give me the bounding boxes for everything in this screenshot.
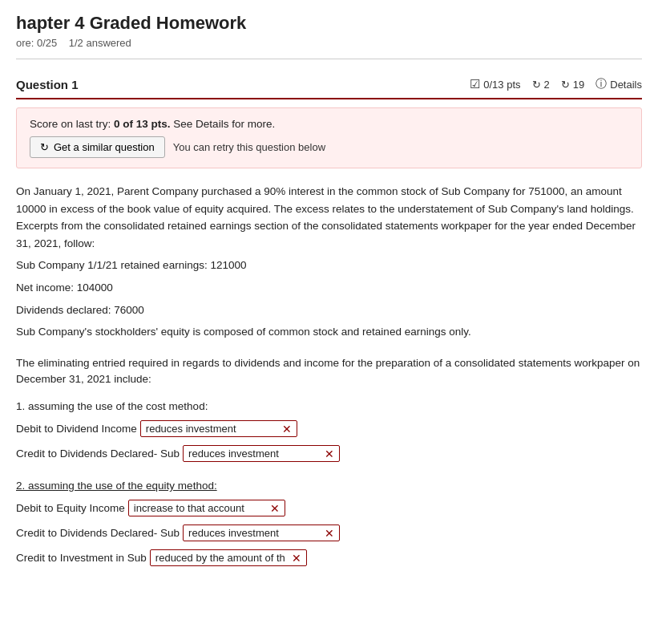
submit-count: 19	[573, 79, 584, 91]
method2-row-3: Credit to Investment in Sub ✕	[16, 549, 642, 566]
details-link[interactable]: Details	[610, 79, 642, 91]
method1-header: 1. assuming the use of the cost method:	[16, 400, 642, 412]
method2-row3-input[interactable]	[155, 552, 290, 564]
method2-row2-label: Credit to Dividends Declared- Sub	[16, 527, 180, 539]
method2-header: 2. assuming the use of the equity method…	[16, 480, 642, 492]
retry-item: ↻ 2	[532, 79, 550, 91]
body-para-5: Sub Company's stockholders' equity is co…	[16, 323, 642, 341]
method2-section: 2. assuming the use of the equity method…	[16, 480, 642, 566]
score-label: ore: 0/25	[16, 37, 57, 49]
similar-question-button[interactable]: ↻ Get a similar question	[30, 136, 165, 158]
method2-row1-clear-button[interactable]: ✕	[268, 503, 281, 514]
details-item[interactable]: ⓘ Details	[595, 77, 642, 91]
pts-item: ☑ 0/13 pts	[470, 77, 520, 91]
method2-row-1: Debit to Equity Income ✕	[16, 500, 642, 516]
retry-text: You can retry this question below	[173, 141, 325, 153]
alert-box: Score on last try: 0 of 13 pts. See Deta…	[16, 107, 642, 168]
method2-row3-clear-button[interactable]: ✕	[290, 553, 303, 564]
method2-row1-input[interactable]	[134, 502, 268, 514]
question-meta: ☑ 0/13 pts ↻ 2 ↻ 19 ⓘ Details	[470, 77, 642, 91]
method1-row2-label: Credit to Dividends Declared- Sub	[16, 448, 180, 460]
method2-row3-input-wrapper[interactable]: ✕	[150, 549, 307, 566]
divider	[16, 59, 642, 59]
page-title: hapter 4 Graded Homework	[16, 13, 642, 34]
body-para-1: On January 1, 2021, Parent Company purch…	[16, 183, 642, 252]
method1-row1-clear-button[interactable]: ✕	[281, 423, 293, 435]
question-label: Question 1	[16, 78, 79, 91]
check-icon: ☑	[470, 77, 480, 91]
question-header: Question 1 ☑ 0/13 pts ↻ 2 ↻ 19 ⓘ Details	[16, 71, 642, 99]
method1-row2-input[interactable]	[188, 448, 323, 460]
method1-row-2: Credit to Dividends Declared- Sub ✕	[16, 445, 642, 462]
method1-row2-clear-button[interactable]: ✕	[323, 448, 336, 460]
alert-text: Score on last try: 0 of 13 pts. See Deta…	[30, 118, 628, 130]
submit-item: ↻ 19	[561, 79, 584, 91]
method1-section: 1. assuming the use of the cost method: …	[16, 400, 642, 462]
intro-text: The eliminating entried required in rega…	[16, 355, 642, 388]
retry-count: 2	[544, 79, 550, 91]
method1-row1-label: Debit to Dividend Income	[16, 423, 137, 435]
submit-icon: ↻	[561, 79, 570, 91]
retry-icon: ↻	[532, 79, 541, 91]
alert-see-details: See Details for more.	[173, 118, 275, 130]
method1-row-1: Debit to Dividend Income ✕	[16, 420, 642, 437]
method1-row1-input[interactable]	[146, 423, 281, 435]
method2-row1-label: Debit to Equity Income	[16, 502, 125, 514]
question-body: On January 1, 2021, Parent Company purch…	[16, 183, 642, 341]
method2-row1-input-wrapper[interactable]: ✕	[128, 500, 285, 516]
method2-row2-input[interactable]	[188, 527, 323, 539]
refresh-icon: ↻	[40, 141, 49, 153]
alert-score-value: 0 of 13 pts.	[114, 118, 171, 130]
method2-row2-clear-button[interactable]: ✕	[323, 528, 336, 539]
method2-row2-input-wrapper[interactable]: ✕	[183, 525, 340, 541]
pts-label: 0/13 pts	[483, 79, 520, 91]
method2-row-2: Credit to Dividends Declared- Sub ✕	[16, 525, 642, 541]
body-para-4: Dividends declared: 76000	[16, 302, 642, 319]
answered-label: 1/2 answered	[69, 37, 131, 49]
body-para-2: Sub Company 1/1/21 retained earnings: 12…	[16, 257, 642, 274]
similar-question-label: Get a similar question	[54, 141, 155, 153]
method1-row1-input-wrapper[interactable]: ✕	[140, 420, 297, 437]
method2-row3-label: Credit to Investment in Sub	[16, 552, 147, 564]
info-icon: ⓘ	[595, 77, 607, 91]
body-para-3: Net income: 104000	[16, 279, 642, 297]
method1-row2-input-wrapper[interactable]: ✕	[183, 445, 340, 462]
